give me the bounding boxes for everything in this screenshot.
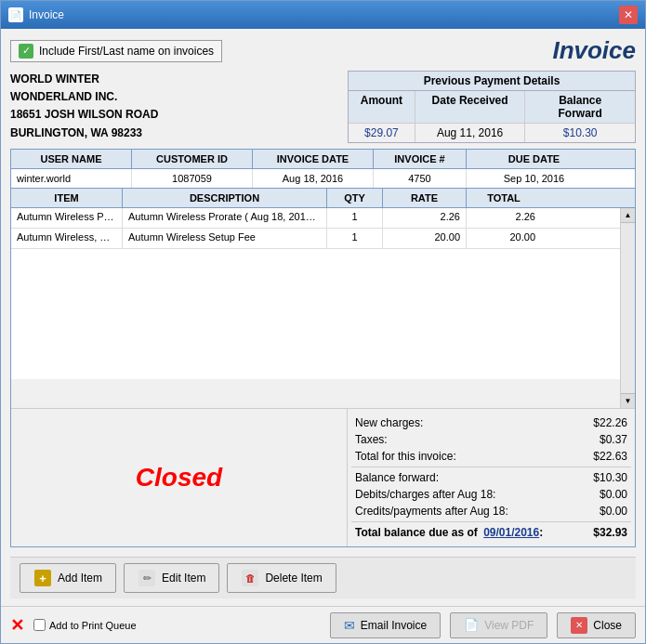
scroll-up-button[interactable]: ▲ bbox=[621, 208, 635, 223]
rate-cell: 20.00 bbox=[383, 229, 467, 248]
rate-cell: 2.26 bbox=[383, 208, 467, 228]
email-invoice-button[interactable]: ✉ Email Invoice bbox=[330, 612, 441, 638]
include-name-label: Include First/Last name on invoices bbox=[39, 45, 214, 58]
qty-cell: 1 bbox=[327, 208, 383, 228]
items-scrollbar: ▲ ▼ bbox=[620, 208, 635, 408]
invoice-window: 📄 Invoice ✕ ✓ Include First/Last name on… bbox=[0, 0, 646, 644]
email-invoice-label: Email Invoice bbox=[361, 619, 427, 632]
customer-id-header: CUSTOMER ID bbox=[132, 150, 253, 168]
total-cell: 2.26 bbox=[467, 208, 541, 228]
x-button[interactable]: ✕ bbox=[10, 615, 24, 636]
total-invoice-row: Total for this invoice: $22.63 bbox=[351, 448, 631, 467]
rate-header: RATE bbox=[383, 189, 467, 207]
balance-forward-col-header: Balance Forward bbox=[525, 91, 635, 124]
invoice-main-table: USER NAME CUSTOMER ID INVOICE DATE INVOI… bbox=[10, 149, 636, 547]
items-grid: Autumn Wireless Pror.... Autumn Wireless… bbox=[11, 208, 635, 408]
invoice-col-header-row: USER NAME CUSTOMER ID INVOICE DATE INVOI… bbox=[11, 150, 635, 169]
closed-status-area: Closed bbox=[11, 409, 347, 546]
balance-forward-row: Balance forward: $10.30 bbox=[351, 469, 631, 486]
invoice-data-row: winter.world 1087059 Aug 18, 2016 4750 S… bbox=[11, 169, 635, 189]
payment-data-row: $29.07 Aug 11, 2016 $10.30 bbox=[349, 124, 635, 142]
new-charges-label: New charges: bbox=[355, 416, 423, 429]
svg-text:🗑: 🗑 bbox=[245, 572, 256, 584]
add-item-button[interactable]: + Add Item bbox=[20, 563, 116, 593]
payment-col-headers: Amount Date Received Balance Forward bbox=[349, 91, 635, 124]
payment-amount: $29.07 bbox=[349, 124, 415, 142]
print-queue-checkbox[interactable]: Add to Print Queue bbox=[33, 619, 137, 631]
payment-details-table: Previous Payment Details Amount Date Rec… bbox=[348, 71, 636, 143]
scroll-down-button[interactable]: ▼ bbox=[621, 393, 635, 408]
company-line4: BURLINGTON, WA 98233 bbox=[10, 125, 158, 142]
include-name-checkbox-row[interactable]: ✓ Include First/Last name on invoices bbox=[10, 40, 222, 62]
edit-item-button[interactable]: ✏ Edit Item bbox=[124, 563, 219, 593]
add-item-label: Add Item bbox=[58, 572, 102, 585]
view-pdf-button[interactable]: 📄 View PDF bbox=[450, 612, 547, 638]
pdf-icon: 📄 bbox=[464, 618, 479, 632]
close-icon: ✕ bbox=[571, 617, 587, 634]
total-header: TOTAL bbox=[467, 189, 541, 207]
window-icon: 📄 bbox=[8, 7, 23, 22]
description-header: DESCRIPTION bbox=[123, 189, 327, 207]
credits-amount: $0.00 bbox=[572, 505, 627, 518]
scroll-track bbox=[621, 223, 635, 393]
taxes-row: Taxes: $0.37 bbox=[351, 431, 631, 448]
amount-col-header: Amount bbox=[349, 91, 415, 124]
empty-row bbox=[11, 249, 620, 379]
bottom-bar: ✕ Add to Print Queue ✉ Email Invoice 📄 V… bbox=[1, 606, 645, 643]
close-button[interactable]: ✕ Close bbox=[557, 612, 636, 638]
user-name-header: USER NAME bbox=[11, 150, 132, 168]
main-content: ✓ Include First/Last name on invoices In… bbox=[1, 29, 645, 606]
closed-status-text: Closed bbox=[136, 463, 222, 493]
item-cell: Autumn Wireless Pror.... bbox=[11, 208, 123, 228]
scroll-spacer bbox=[541, 189, 556, 207]
close-label: Close bbox=[593, 619, 622, 632]
invoice-date-header: INVOICE DATE bbox=[253, 150, 374, 168]
totals-area: New charges: $22.26 Taxes: $0.37 Total f… bbox=[347, 409, 635, 546]
title-bar-left: 📄 Invoice bbox=[8, 7, 64, 22]
print-queue-check-input[interactable] bbox=[33, 619, 46, 631]
items-list: Autumn Wireless Pror.... Autumn Wireless… bbox=[11, 208, 620, 408]
invoice-date-cell: Aug 18, 2016 bbox=[253, 169, 374, 188]
edit-item-label: Edit Item bbox=[162, 572, 205, 585]
debits-row: Debits/charges after Aug 18: $0.00 bbox=[351, 486, 631, 503]
delete-item-icon: 🗑 bbox=[241, 569, 259, 587]
user-name-cell: winter.world bbox=[11, 169, 132, 188]
table-row: Autumn Wireless, Set .... Autumn Wireles… bbox=[11, 229, 620, 249]
balance-forward-label: Balance forward: bbox=[355, 471, 439, 484]
company-line1: WORLD WINTER bbox=[10, 71, 158, 88]
item-header: ITEM bbox=[11, 189, 123, 207]
debits-label: Debits/charges after Aug 18: bbox=[355, 488, 495, 501]
total-invoice-label: Total for this invoice: bbox=[355, 450, 456, 463]
new-charges-amount: $22.26 bbox=[572, 416, 627, 429]
checkmark-icon: ✓ bbox=[19, 44, 33, 59]
qty-header: QTY bbox=[327, 189, 383, 207]
due-date-header: DUE DATE bbox=[467, 150, 601, 168]
delete-item-button[interactable]: 🗑 Delete Item bbox=[227, 563, 336, 593]
window-close-button[interactable]: ✕ bbox=[619, 6, 638, 24]
svg-text:✏: ✏ bbox=[143, 572, 152, 584]
edit-item-icon: ✏ bbox=[138, 569, 156, 587]
top-bar: ✓ Include First/Last name on invoices In… bbox=[10, 36, 636, 65]
company-line2: WONDERLAND INC. bbox=[10, 88, 158, 106]
taxes-label: Taxes: bbox=[355, 433, 388, 446]
delete-item-label: Delete Item bbox=[265, 572, 322, 585]
total-invoice-amount: $22.63 bbox=[572, 450, 627, 463]
debits-amount: $0.00 bbox=[572, 488, 627, 501]
due-total-row: Total balance due as of 09/01/2016: $32.… bbox=[351, 524, 631, 541]
view-pdf-label: View PDF bbox=[484, 619, 534, 632]
email-icon: ✉ bbox=[344, 618, 355, 633]
action-buttons-row: + Add Item ✏ Edit Item 🗑 bbox=[10, 557, 636, 598]
new-charges-row: New charges: $22.26 bbox=[351, 414, 631, 431]
taxes-amount: $0.37 bbox=[572, 433, 627, 446]
qty-cell: 1 bbox=[327, 229, 383, 248]
window-title: Invoice bbox=[29, 8, 64, 21]
add-item-icon: + bbox=[33, 569, 52, 587]
credits-row: Credits/payments after Aug 18: $0.00 bbox=[351, 503, 631, 522]
description-cell: Autumn Wireless Setup Fee bbox=[123, 229, 327, 248]
customer-id-cell: 1087059 bbox=[132, 169, 253, 188]
svg-text:+: + bbox=[39, 572, 46, 585]
invoice-num-header: INVOICE # bbox=[374, 150, 467, 168]
print-queue-label: Add to Print Queue bbox=[49, 620, 137, 631]
due-date-link: 09/01/2016 bbox=[483, 526, 539, 539]
payment-date-received: Aug 11, 2016 bbox=[415, 124, 526, 142]
